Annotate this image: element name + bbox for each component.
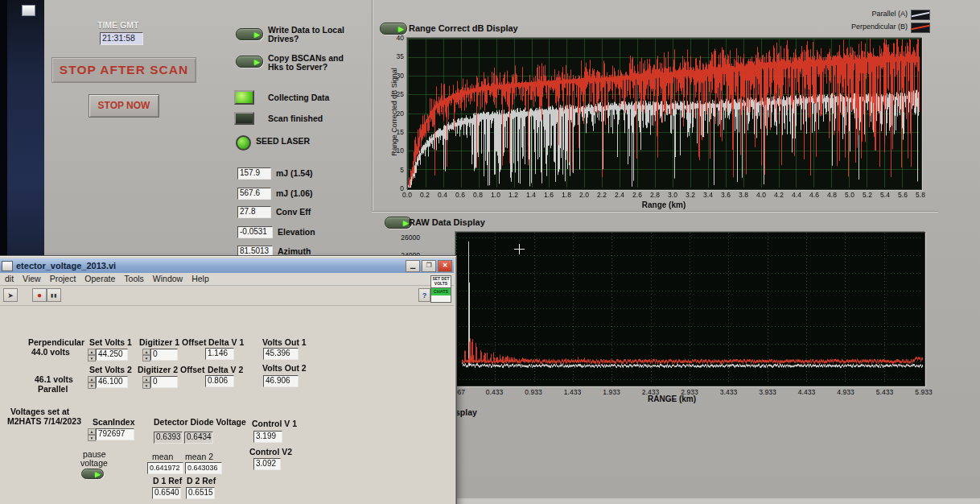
window-titlebar[interactable]: etector_voltage_2013.vi ▁ ❐ ✕ <box>0 258 454 273</box>
readout-mj-1-06-label: mJ (1.06) <box>276 189 313 198</box>
legend-parallel-swatch <box>911 10 930 20</box>
x-tick: 4.8 <box>823 191 841 199</box>
y-tick: 20 <box>384 109 404 118</box>
digitizer-1-spinner[interactable]: ▲▼ <box>142 349 150 361</box>
control-v2-label: Control V2 <box>249 448 292 456</box>
rawx-tick: 1.433 <box>559 388 587 396</box>
menu-item-tools[interactable]: Tools <box>124 273 144 285</box>
close-button[interactable]: ✕ <box>438 260 452 272</box>
set-volts-1-spinner[interactable]: ▲▼ <box>88 349 96 361</box>
d2-ref-label: D 2 Ref <box>187 477 216 485</box>
x-tick: 1.8 <box>558 191 575 199</box>
x-tick: 1.4 <box>522 191 540 199</box>
section-divider-vertical <box>372 0 373 211</box>
stop-now-button[interactable]: STOP NOW <box>89 94 159 118</box>
menu-item-project[interactable]: Project <box>50 273 76 285</box>
digitizer-1-offset-label: Digitizer 1 Offset <box>139 338 206 347</box>
readout-conv-eff-label: Conv Eff <box>276 208 311 217</box>
delta-v2-value: 0.806 <box>205 375 234 387</box>
x-tick: 0.2 <box>416 191 434 199</box>
mean-2-label: mean 2 <box>185 452 213 461</box>
scan-index-label: ScanIndex <box>93 418 135 427</box>
digitizer-2-offset-value[interactable]: 0 <box>150 376 178 388</box>
menu-item-help[interactable]: Help <box>191 273 209 285</box>
x-tick: 3.0 <box>664 191 681 199</box>
volts-out-2-value: 46.906 <box>263 375 299 387</box>
range-correct-display-toggle[interactable] <box>380 23 407 35</box>
scan-finished-led <box>234 112 254 125</box>
labview-desktop: TIME GMT 21:31:58 STOP AFTER SCAN STOP N… <box>0 0 980 504</box>
menu-bar: ditViewProjectOperateToolsWindowHelp <box>0 273 454 286</box>
write-data-toggle[interactable] <box>236 28 263 40</box>
readout-mj-1-54-label: mJ (1.54) <box>276 169 313 178</box>
scan-finished-label: Scan finished <box>268 114 323 123</box>
desktop-icon[interactable] <box>22 5 35 16</box>
minimize-button[interactable]: ▁ <box>406 260 420 272</box>
stop-after-scan-button[interactable]: STOP AFTER SCAN <box>51 57 196 83</box>
digitizer-1-offset-control[interactable]: ▲▼ 0 <box>142 349 178 361</box>
digitizer-2-spinner[interactable]: ▲▼ <box>142 376 150 388</box>
delta-v1-label: Delta V 1 <box>208 338 244 347</box>
x-tick: 1.6 <box>540 191 558 199</box>
legend-parallel-label: Parallel (A) <box>843 10 908 19</box>
menu-item-view[interactable]: View <box>23 273 41 285</box>
readout-elevation: -0.0531 <box>237 226 273 238</box>
y-tick: 5 <box>384 166 404 174</box>
vi-badge-line2: VOLTS <box>434 281 447 286</box>
x-tick: 0.6 <box>451 191 469 199</box>
set-volts-2-control[interactable]: ▲▼ 46.100 <box>88 376 128 388</box>
maximize-button[interactable]: ❐ <box>422 260 436 272</box>
scan-index-control[interactable]: ▲▼ 792697 <box>88 428 134 440</box>
hidden-display-label-fragment: splay <box>455 408 477 417</box>
collecting-data-led <box>234 90 254 105</box>
delta-v1-value: 1.146 <box>205 348 234 360</box>
x-tick: 4.2 <box>770 191 788 199</box>
range-corrected-plot-area[interactable] <box>408 39 920 188</box>
set-volts-2-value[interactable]: 46.100 <box>96 376 128 388</box>
seed-laser-label: SEED LASER <box>256 137 310 146</box>
x-tick: 3.6 <box>717 191 735 199</box>
volts-out-1-value: 45.396 <box>263 348 299 360</box>
x-tick: 0.0 <box>398 191 416 199</box>
vi-badge-tag: CHATS <box>431 287 451 295</box>
pause-button[interactable]: ▮▮ <box>47 288 61 302</box>
y-tick: 25 <box>384 90 404 98</box>
vi-icon-badge: SET DET VOLTS CHATS <box>430 275 451 303</box>
y-tick: 30 <box>384 72 404 80</box>
pause-voltage-toggle[interactable] <box>81 469 104 479</box>
set-volts-1-value[interactable]: 44.250 <box>96 349 128 361</box>
x-tick: 4.0 <box>752 191 770 199</box>
rawx-tick: 5.933 <box>910 388 937 396</box>
digitizer-1-offset-value[interactable]: 0 <box>150 349 178 361</box>
mean-value: 0.641972 <box>147 462 183 474</box>
x-tick: 3.8 <box>735 191 752 199</box>
raw-data-chart[interactable] <box>455 232 925 386</box>
collecting-data-label: Collecting Data <box>268 93 329 102</box>
x-tick: 5.8 <box>912 191 929 199</box>
x-tick: 0.8 <box>469 191 487 199</box>
scan-index-value[interactable]: 792697 <box>96 428 134 440</box>
digitizer-2-offset-control[interactable]: ▲▼ 0 <box>142 376 178 388</box>
menu-item-dit[interactable]: dit <box>5 273 14 285</box>
rawy-tick: 26000 <box>394 233 420 242</box>
menu-item-operate[interactable]: Operate <box>84 273 115 285</box>
section-divider-horizontal <box>372 211 938 213</box>
run-button[interactable]: ➤ <box>3 288 18 302</box>
raw-data-display-toggle[interactable] <box>385 217 412 229</box>
abort-button[interactable]: ● <box>32 288 47 302</box>
readout-elevation-label: Elevation <box>278 228 315 237</box>
x-tick: 3.2 <box>681 191 699 199</box>
copy-bscans-toggle[interactable] <box>236 56 263 68</box>
scan-index-spinner[interactable]: ▲▼ <box>88 428 96 440</box>
range-corrected-chart[interactable] <box>407 38 922 190</box>
raw-data-plot-area[interactable] <box>456 233 923 384</box>
digitizer-2-offset-label: Digitizer 2 Offset <box>138 366 204 374</box>
menu-item-window[interactable]: Window <box>153 273 183 285</box>
x-tick: 1.2 <box>504 191 522 199</box>
set-volts-1-control[interactable]: ▲▼ 44.250 <box>88 349 128 361</box>
rawx-tick: 3.933 <box>754 388 781 396</box>
mean-2-value: 0.643036 <box>185 462 222 474</box>
help-button[interactable]: ? <box>418 288 430 302</box>
set-volts-2-spinner[interactable]: ▲▼ <box>88 376 96 388</box>
readout-mj-1-06: 567.6 <box>237 188 271 200</box>
